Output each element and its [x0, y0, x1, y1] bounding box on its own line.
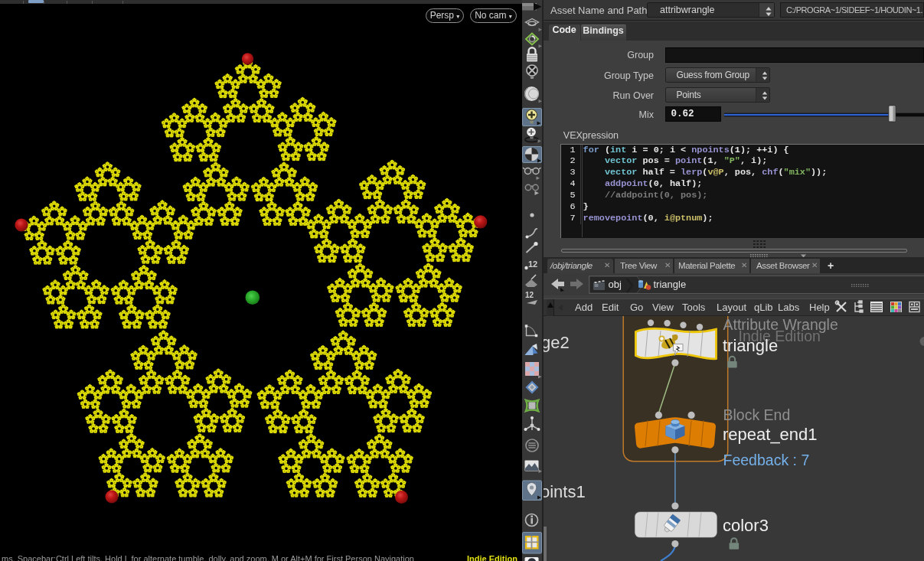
svg-text:12: 12 [528, 259, 537, 269]
svg-text:oints1: oints1 [544, 482, 586, 501]
svg-text:Block End: Block End [723, 406, 791, 423]
svg-text:repeat_end1: repeat_end1 [723, 425, 818, 444]
svg-text:triangle: triangle [723, 336, 778, 355]
svg-text:color3: color3 [723, 516, 769, 535]
svg-text:12: 12 [525, 291, 534, 299]
svg-text:ge2: ge2 [544, 333, 570, 352]
svg-text:Feedback : 7: Feedback : 7 [723, 452, 810, 468]
